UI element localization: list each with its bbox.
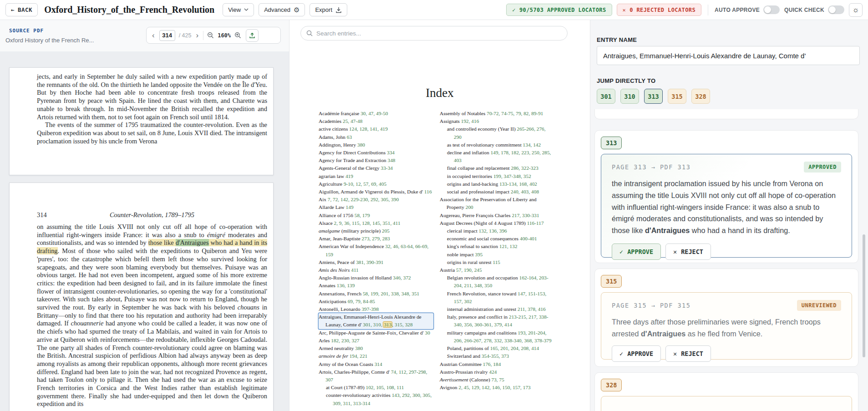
index-entry[interactable]: Assembly of Notables 70-72, 74-75, 79, 8…: [440, 110, 554, 117]
approve-button[interactable]: ✓ APPROVE: [612, 345, 661, 362]
reject-button[interactable]: ✕ REJECT: [665, 345, 711, 362]
card-header: PAGE 315 → PDF 315 UNREVIEWED: [612, 300, 841, 311]
index-entry[interactable]: Aiguillon, Armand de Vigneroi du Plessis…: [319, 188, 433, 196]
auto-approve-label: AUTO APPROVE: [715, 7, 760, 13]
next-page-button[interactable]: ›: [195, 31, 199, 39]
index-entry-selected[interactable]: Antraigues, Emmanuel-Henri-Louis Alexand…: [319, 313, 433, 329]
export-button[interactable]: Export: [310, 3, 347, 16]
index-entry[interactable]: August Decrees (Night of 4 August 1789) …: [440, 219, 554, 227]
index-entry[interactable]: military campaigns and coalitions 193, 2…: [447, 329, 554, 345]
search-input[interactable]: [316, 30, 562, 37]
index-entry[interactable]: at Court (1787-89) 102, 105, 108, 111: [326, 384, 433, 391]
index-entry[interactable]: Assignats 192, 416: [440, 117, 554, 125]
index-entry[interactable]: king's refusal to sanction 121, 132: [447, 243, 554, 250]
reject-label: REJECT: [681, 248, 703, 255]
approve-button[interactable]: ✓ APPROVE: [612, 244, 661, 260]
prev-page-button[interactable]: ‹: [151, 31, 156, 39]
index-entry[interactable]: Adams, John 63: [319, 133, 433, 141]
index-entry[interactable]: final collapse and replacement 286, 322-…: [447, 164, 554, 172]
index-entry[interactable]: Agents-General of the Clergy 33-34: [319, 164, 433, 172]
index-entry[interactable]: Avignon 2, 45, 129, 142, 146, 150, 157, …: [440, 384, 554, 391]
index-entry[interactable]: Association for the Preservation of Libe…: [440, 196, 554, 211]
index-entry[interactable]: social and professional impact 240, 403,…: [447, 188, 554, 196]
index-entry[interactable]: Agency for Direct Contributions 334: [319, 149, 433, 157]
index-entry[interactable]: decline and inflation 149, 178, 182, 223…: [447, 149, 554, 164]
auto-approve-toggle[interactable]: [763, 5, 780, 14]
index-entry[interactable]: Artois, Charles-Philippe, Comte d' 74, 1…: [319, 368, 433, 384]
zoom-in-button[interactable]: [234, 32, 241, 39]
index-entry[interactable]: in occupied territories 199, 347-348, 35…: [447, 173, 554, 180]
index-entry[interactable]: internal administration and unrest 211, …: [447, 305, 554, 313]
index-entry[interactable]: as test of revolutionary commitment 134,…: [447, 141, 554, 149]
index-entry[interactable]: Arc, Philippe-Auguste de Sainte-Foix, Ch…: [319, 329, 433, 337]
jump-directly-label: JUMP DIRECTLY TO: [597, 77, 655, 84]
index-entry[interactable]: Academies 25, 47-48: [319, 117, 433, 125]
index-entry[interactable]: Amiens, Peace of 381, 390-391: [319, 259, 433, 266]
entry-name-input[interactable]: [597, 46, 860, 65]
index-entry[interactable]: Austrian Committee 176, 184: [440, 360, 554, 368]
open-pdf-button[interactable]: [246, 29, 259, 42]
index-entry[interactable]: Army of the Ocean Coasts 314: [319, 360, 433, 368]
index-entry[interactable]: active citizens 124, 128, 141, 419: [319, 125, 433, 133]
index-entry[interactable]: amalgame (military principle) 205: [319, 227, 433, 235]
index-entry[interactable]: Augereau, Pierre François Charles 217, 3…: [440, 212, 554, 219]
index-entry[interactable]: Addington, Henry 380: [319, 141, 433, 149]
jump-button-310[interactable]: 310: [620, 89, 639, 104]
locator-chip-313[interactable]: 313: [601, 137, 622, 149]
index-entry[interactable]: Switzerland and 354-355, 373: [447, 352, 554, 360]
locator-chip-328[interactable]: 328: [601, 379, 622, 391]
page-number-input[interactable]: [159, 30, 175, 41]
locator-chip-315[interactable]: 315: [601, 275, 622, 288]
index-entry[interactable]: Armed neutrality 380: [319, 345, 433, 352]
zoom-out-button[interactable]: [207, 32, 214, 39]
index-entry[interactable]: clerical impact 132, 136, 396: [447, 227, 554, 235]
index-entry[interactable]: Amis des Noirs 411: [319, 266, 433, 274]
index-entry[interactable]: economic and social consequences 400-401: [447, 235, 554, 243]
index-entry[interactable]: Agriculture 9-10, 12, 57, 69, 405: [319, 180, 433, 188]
scrollbar-thumb[interactable]: [863, 234, 865, 357]
index-entry[interactable]: Austro-Prussian rivalry 424: [440, 368, 554, 376]
index-entry[interactable]: Annates 136, 139: [319, 282, 433, 289]
index-entry[interactable]: armoire de fer 194, 221: [319, 352, 433, 360]
index-entry[interactable]: Anticipations 69, 79, 84-85: [319, 298, 433, 305]
index-entry[interactable]: Avertissement (Calonne) 73, 75: [440, 376, 554, 384]
jump-button-301[interactable]: 301: [597, 89, 615, 104]
index-entry[interactable]: Aix 7, 72, 142, 229-230, 292, 305, 390: [319, 196, 433, 203]
index-entry[interactable]: Austria 57, 190, 245: [440, 266, 554, 274]
index-entry[interactable]: agrarian law 419: [319, 173, 433, 180]
index-entry[interactable]: French Revolution, stance toward 147, 15…: [447, 290, 554, 305]
jump-button-313[interactable]: 313: [644, 89, 663, 104]
index-entry[interactable]: origins and land-backing 133-134, 168, 4…: [447, 180, 554, 188]
index-entry[interactable]: counter-revolutionary activities 143, 29…: [326, 391, 433, 407]
index-entry[interactable]: Agency for Trade and Extraction 348: [319, 157, 433, 164]
back-button[interactable]: ← BACK: [5, 3, 38, 16]
index-entry[interactable]: origins in rural unrest 115: [447, 259, 554, 266]
index-entry[interactable]: Anglo-Russian invasion of Holland 346, 3…: [319, 274, 433, 282]
index-entry[interactable]: Poland, partitions of 165, 201, 204, 208…: [447, 345, 554, 352]
cross-icon: ✕: [673, 248, 677, 255]
index-entry[interactable]: Antonelli, Leonardo 397-398: [319, 305, 433, 313]
index-entry[interactable]: Allarde Law 149: [319, 203, 433, 211]
index-entry[interactable]: Arles 182, 230, 327: [319, 337, 433, 345]
index-entry[interactable]: noble impact 395: [447, 251, 554, 259]
index-entry[interactable]: Alsace 2, 9, 36, 115, 128, 145, 351, 411: [319, 219, 433, 227]
index-entry[interactable]: Italy, presence and conflict in 213-215,…: [447, 313, 554, 329]
index-entry[interactable]: Académie française 30, 47, 49-50: [319, 110, 433, 117]
quick-check-toggle[interactable]: [828, 5, 844, 14]
locator-group-328: 328: [594, 372, 858, 411]
advanced-button[interactable]: Advanced ⚙: [259, 3, 305, 16]
index-entry[interactable]: Annexations, French 58, 199, 201, 338, 3…: [319, 290, 433, 298]
index-entry[interactable]: American War of Independence 32, 46, 63-…: [319, 243, 433, 258]
jump-button-328[interactable]: 328: [691, 89, 710, 104]
page-header: 314 Counter-Revolution, 1789–1795: [37, 211, 267, 219]
status-badge: UNREVIEWED: [797, 300, 841, 311]
pdf-viewer[interactable]: jects, and early in September he duly sa…: [0, 51, 289, 411]
view-button[interactable]: View: [223, 3, 254, 16]
index-entry[interactable]: Belgian revolution and occupation 162-16…: [447, 274, 554, 289]
reject-button[interactable]: ✕ REJECT: [665, 244, 711, 260]
theme-toggle-button[interactable]: ☼: [849, 3, 863, 17]
index-entry[interactable]: Amar, Jean-Baptiste 273, 279, 283: [319, 235, 433, 243]
index-entry[interactable]: Alliance of 1756 58, 179: [319, 212, 433, 219]
jump-button-315[interactable]: 315: [668, 89, 686, 104]
index-entry[interactable]: and controlled economy (Year II) 265-266…: [447, 125, 554, 141]
